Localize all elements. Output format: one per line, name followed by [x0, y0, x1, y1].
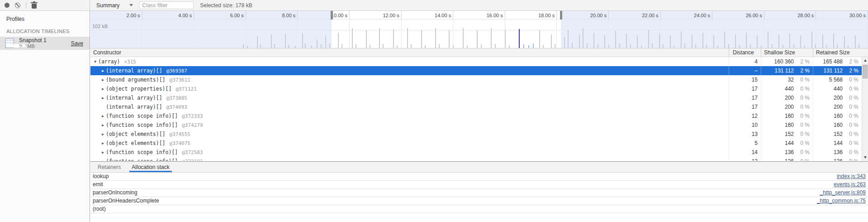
heap-grid-row[interactable]: ▼(array)×3154160 3602 %165 4882 % [90, 57, 868, 66]
expander-icon[interactable]: ▶ [100, 68, 106, 73]
shallow-size-percent: 2 % [794, 58, 813, 65]
stack-frame-row: lookupindex.js:343 [90, 173, 868, 181]
heap-grid-row[interactable]: ▶(internal array)[]@369387–131 1122 %131… [90, 66, 868, 75]
expander-icon[interactable]: ▶ [100, 150, 106, 154]
shallow-size-value: 440 [761, 86, 794, 92]
allocation-bar [305, 43, 306, 48]
allocation-bar [285, 34, 286, 48]
grid-scrollbar[interactable] [862, 57, 868, 161]
heap-grid-row[interactable]: ▶(object elements)[]@37407551440 %1440 % [90, 139, 868, 148]
heap-grid-row[interactable]: ▶(function scope info)[]@372181131360 %1… [90, 157, 868, 161]
heap-grid-row[interactable]: ▶(function scope info)[]@374279101600 %1… [90, 121, 868, 130]
scroll-up-button[interactable] [862, 58, 868, 63]
allocation-bar [695, 44, 696, 48]
shallow-size-cell: 1600 % [761, 111, 813, 121]
timeline-ruler: 2.00 s4.00 s6.00 s8.00 s10.00 s12.00 s14… [90, 11, 868, 19]
retained-size-cell: 4400 % [813, 84, 862, 93]
stack-frame-source-link[interactable]: events.js:263 [834, 181, 866, 188]
snapshot-name: Snapshot 1 [19, 38, 71, 43]
heap-grid-row[interactable]: ▶(internal array)[]@373885172000 %2000 % [90, 93, 868, 102]
allocation-bar [539, 30, 540, 48]
expander-icon[interactable]: ▶ [100, 114, 106, 118]
allocation-timeline-overview[interactable]: 2.00 s4.00 s6.00 s8.00 s10.00 s12.00 s14… [90, 11, 868, 48]
stack-frame-row: parserOnIncoming_http_server.js:809 [90, 189, 868, 197]
window-right-handle[interactable] [560, 11, 562, 19]
timeline-gridline [453, 19, 505, 48]
allocation-bar [342, 44, 342, 48]
heap-grid-row[interactable]: ▶(bound arguments)[]@37361115320 %5 5680… [90, 75, 868, 84]
retained-size-cell: 165 4882 % [813, 57, 862, 66]
stack-frame-source-link[interactable]: _http_server.js:809 [820, 189, 866, 197]
heap-grid-row[interactable]: ▶(object elements)[]@374555131520 %1520 … [90, 130, 868, 139]
timeline-gridline [609, 19, 661, 48]
distance-cell: 10 [729, 121, 761, 130]
heap-grid-row[interactable]: (internal array)[]@374093172000 %2000 % [90, 102, 868, 111]
expander-icon[interactable]: ▼ [92, 59, 98, 64]
allocation-bar [855, 35, 856, 48]
expander-icon[interactable]: ▶ [100, 141, 106, 145]
retained-size-percent: 0 % [843, 104, 862, 110]
record-icon[interactable] [5, 3, 9, 8]
delete-profile-icon[interactable] [32, 4, 37, 9]
shallow-size-cell: 1440 % [761, 139, 813, 148]
scroll-down-button[interactable] [862, 154, 868, 160]
retained-size-percent: 0 % [843, 86, 862, 92]
retained-size-cell: 131 1122 % [813, 66, 862, 75]
stack-frame-row: parserOnHeadersComplete_http_common.js:7… [90, 197, 868, 205]
constructor-suffix: @374093 [166, 104, 187, 110]
allocation-bar [681, 32, 682, 48]
ruler-tick-label: 20.00 s [557, 11, 609, 19]
column-header-distance[interactable]: Distance [729, 48, 761, 57]
allocation-bar [425, 45, 426, 48]
expander-icon[interactable]: ▶ [100, 132, 106, 136]
allocation-bar [728, 44, 729, 48]
retained-size-value: 160 [813, 113, 843, 119]
heap-grid-row[interactable]: ▶(function scope info)[]@372333121600 %1… [90, 111, 868, 121]
stack-frame-source-link[interactable]: _http_common.js:75 [817, 197, 866, 205]
allocation-bar [295, 46, 296, 48]
stack-frame-row: emitevents.js:263 [90, 181, 868, 189]
heap-grid-row[interactable]: ▶(function scope info)[]@372583141360 %1… [90, 148, 868, 157]
shallow-size-value: 160 [761, 122, 794, 128]
allocation-bar [717, 45, 718, 48]
scrollbar-thumb[interactable] [863, 65, 868, 78]
shallow-size-percent: 0 % [794, 113, 813, 119]
clear-profiles-icon[interactable] [15, 3, 20, 8]
perspective-dropdown[interactable]: Summary [95, 1, 135, 10]
expander-icon[interactable]: ▶ [100, 159, 106, 161]
allocation-bar [564, 37, 565, 48]
allocation-bar [288, 45, 289, 48]
shallow-size-cell: 1600 % [761, 121, 813, 130]
timeline-chart[interactable]: 102 kB [90, 19, 868, 48]
stack-frame-source-link[interactable]: index.js:343 [837, 173, 866, 180]
sidebar-item-snapshot-1[interactable]: % Snapshot 1 6.7 MB Save [0, 37, 90, 50]
shallow-size-percent: 0 % [794, 131, 813, 137]
heap-grid-row[interactable]: ▶(object properties)[]@371121174400 %440… [90, 84, 868, 93]
allocation-bar [505, 30, 506, 48]
column-header-constructor[interactable]: Constructor [90, 48, 729, 57]
distance-cell: 17 [729, 93, 761, 102]
expander-icon[interactable]: ▶ [100, 77, 106, 82]
constructor-name: (function scope info)[] [106, 113, 178, 119]
retained-size-cell: 1600 % [813, 111, 862, 121]
distance-cell: 14 [729, 148, 761, 157]
column-header-retained-size[interactable]: Retained Size [813, 48, 868, 57]
allocation-bar [626, 34, 627, 48]
allocation-bar [579, 34, 580, 48]
window-left-handle[interactable] [331, 11, 333, 19]
retained-size-value: 5 568 [813, 77, 843, 83]
allocation-bar [750, 44, 751, 48]
tab-allocation-stack[interactable]: Allocation stack [129, 162, 171, 172]
expander-icon[interactable]: ▶ [100, 123, 106, 127]
tab-retainers[interactable]: Retainers [95, 162, 123, 172]
class-filter-input[interactable] [139, 1, 194, 9]
timeline-gridline [816, 19, 868, 48]
expander-icon[interactable]: ▶ [100, 96, 106, 100]
timeline-gridline [246, 19, 298, 48]
expander-icon[interactable]: ▶ [100, 87, 106, 91]
column-header-shallow-size[interactable]: Shallow Size [761, 48, 813, 57]
allocation-bar [247, 46, 248, 48]
allocation-bar [411, 44, 412, 48]
save-link[interactable]: Save [71, 40, 83, 47]
constructor-suffix: @372333 [182, 113, 203, 119]
